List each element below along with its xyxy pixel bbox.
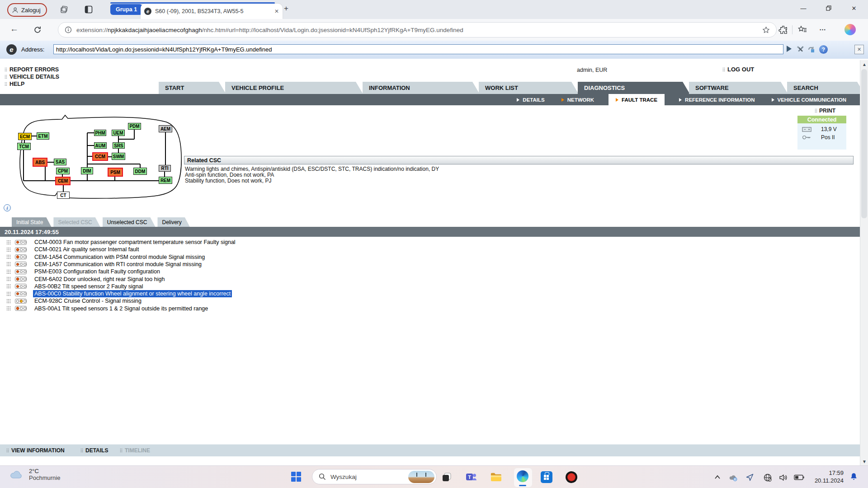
- network-globe-icon[interactable]: [763, 473, 772, 482]
- tab-search[interactable]: SEARCH: [787, 82, 864, 94]
- module-pdm[interactable]: PDM: [128, 123, 141, 130]
- start-button[interactable]: [291, 472, 301, 482]
- tools-icon[interactable]: [796, 45, 805, 54]
- fault-row[interactable]: CEM-1A54 Communication with PSM control …: [0, 253, 860, 261]
- task-view-icon[interactable]: [441, 471, 453, 483]
- fault-row[interactable]: ABS-00A1 Tilt speed sensors 1 & 2 Signal…: [0, 305, 860, 312]
- teams-icon[interactable]: T: [465, 471, 477, 483]
- module-ct[interactable]: CT: [57, 192, 70, 199]
- file-explorer-icon[interactable]: [490, 471, 502, 483]
- browser-profile-button[interactable]: Zaloguj: [7, 3, 47, 17]
- module-ccm[interactable]: CCM: [92, 152, 108, 161]
- location-icon[interactable]: [745, 473, 754, 482]
- row-grid-icon[interactable]: [6, 306, 11, 311]
- module-swm[interactable]: SWM: [112, 153, 125, 160]
- page-scrollbar[interactable]: ▲ ▼: [860, 60, 868, 465]
- sync-icon[interactable]: [807, 45, 816, 54]
- module-sas[interactable]: SAS: [54, 159, 66, 165]
- menu-item-vehicle-details[interactable]: VEHICLE DETAILS: [5, 73, 59, 80]
- menu-item-report-errors[interactable]: REPORT ERRORS: [5, 66, 59, 73]
- battery-tray-icon[interactable]: [794, 474, 802, 483]
- tab-information[interactable]: INFORMATION: [363, 82, 480, 94]
- fault-tab-selected-csc[interactable]: Selected CSC: [53, 217, 100, 227]
- scroll-up-icon[interactable]: ▲: [860, 60, 868, 68]
- address-input[interactable]: [53, 44, 783, 54]
- tab-start[interactable]: START: [159, 82, 226, 94]
- tab-work-list[interactable]: WORK LIST: [479, 82, 579, 94]
- module-tcm[interactable]: TCM: [17, 143, 31, 150]
- module-dim[interactable]: DIM: [81, 167, 93, 174]
- scrollbar-thumb[interactable]: [861, 69, 867, 218]
- module-etm[interactable]: ETM: [37, 132, 49, 140]
- subtab-fault-trace[interactable]: FAULT TRACE: [609, 94, 665, 105]
- fault-row[interactable]: ABS-00B2 Tilt speed sensor 2 Faulty sign…: [0, 283, 860, 290]
- more-menu-icon[interactable]: …: [819, 24, 826, 32]
- window-close-button[interactable]: ✕: [844, 0, 864, 16]
- extensions-puzzle-icon[interactable]: [778, 25, 788, 35]
- module-aum[interactable]: AUM: [94, 142, 107, 149]
- row-grid-icon[interactable]: [6, 284, 11, 289]
- subtab-reference-information[interactable]: REFERENCE INFORMATION: [677, 94, 757, 105]
- copilot-icon[interactable]: [844, 24, 856, 35]
- module-psm[interactable]: PSM: [108, 168, 123, 177]
- vertical-tabs-icon[interactable]: [84, 5, 93, 14]
- tab-group-label[interactable]: Grupa 1: [110, 4, 142, 15]
- row-grid-icon[interactable]: [6, 240, 11, 245]
- new-tab-button[interactable]: +: [284, 4, 288, 13]
- module-abs[interactable]: ABS: [33, 158, 47, 167]
- row-grid-icon[interactable]: [6, 262, 11, 267]
- fault-row[interactable]: CCM-0021 Air quality sensor Internal fau…: [0, 246, 860, 253]
- workspaces-icon[interactable]: [60, 5, 69, 14]
- taskbar-search[interactable]: Wyszukaj: [312, 469, 437, 484]
- search-highlight-image[interactable]: [408, 471, 434, 483]
- browser-address-bar[interactable]: extension://npjkkakdacjaihjaoeliacmecofg…: [58, 22, 777, 38]
- favorites-bar-icon[interactable]: [797, 25, 807, 35]
- fault-tab-delivery[interactable]: Delivery: [157, 217, 189, 227]
- logout-button[interactable]: LOG OUT: [722, 66, 754, 73]
- fault-row[interactable]: ABS-00C0 Stability function Wheel alignm…: [0, 290, 860, 297]
- fault-row[interactable]: PSM-E003 Configuration fault Faulty conf…: [0, 268, 860, 275]
- fault-row[interactable]: ECM-928C Cruise Control - Signal missing: [0, 297, 860, 305]
- page-info-icon[interactable]: [65, 26, 72, 33]
- tab-diagnostics[interactable]: DIAGNOSTICS: [578, 82, 690, 94]
- volume-icon[interactable]: [778, 473, 787, 482]
- red-app-icon[interactable]: [566, 471, 577, 483]
- module-srs[interactable]: SRS: [113, 142, 125, 149]
- module-phm[interactable]: PHM: [94, 130, 106, 136]
- module-uem[interactable]: UEM: [112, 130, 125, 136]
- info-icon[interactable]: i: [4, 204, 11, 211]
- tab-software[interactable]: SOFTWARE: [689, 82, 788, 94]
- tab-vehicle-profile[interactable]: VEHICLE PROFILE: [225, 82, 363, 94]
- module-rti[interactable]: RTI: [159, 165, 171, 172]
- row-grid-icon[interactable]: [6, 254, 11, 259]
- module-cem[interactable]: CEM: [55, 177, 71, 185]
- taskbar-clock[interactable]: 17:59 20.11.2024: [809, 469, 844, 484]
- fault-row[interactable]: CEM-6A02 Door unlocked, right rear Signa…: [0, 276, 860, 283]
- tray-chevron-icon[interactable]: [714, 474, 723, 483]
- notification-bell-icon[interactable]: [849, 472, 859, 482]
- module-cpm[interactable]: CPM: [56, 168, 70, 174]
- menu-item-help[interactable]: HELP: [5, 80, 24, 87]
- scroll-down-icon[interactable]: ▼: [860, 457, 868, 465]
- favorite-star-icon[interactable]: [762, 26, 770, 34]
- module-rem[interactable]: REM: [159, 177, 172, 184]
- module-aem[interactable]: AEM: [159, 125, 172, 132]
- weather-widget[interactable]: 2°C Pochmurnie: [9, 468, 60, 481]
- back-icon[interactable]: ←: [10, 24, 19, 34]
- fault-tab-initial-state[interactable]: Initial State: [12, 217, 51, 227]
- bottom-view-information[interactable]: VIEW INFORMATION: [6, 447, 65, 454]
- row-grid-icon[interactable]: [6, 269, 11, 274]
- window-restore-button[interactable]: [818, 0, 839, 16]
- fault-row[interactable]: CEM-1A57 Communication with RTI control …: [0, 261, 860, 268]
- subtab-network[interactable]: NETWORK: [559, 94, 596, 105]
- tab-close-icon[interactable]: ✕: [274, 8, 279, 14]
- module-ddm[interactable]: DDM: [133, 168, 147, 175]
- row-grid-icon[interactable]: [6, 277, 11, 282]
- address-row-close-icon[interactable]: ✕: [854, 45, 864, 54]
- row-grid-icon[interactable]: [6, 291, 11, 296]
- module-ecm[interactable]: ECM: [18, 133, 32, 140]
- fault-row[interactable]: CCM-0003 Fan motor passenger compartment…: [0, 239, 860, 246]
- row-grid-icon[interactable]: [6, 299, 11, 304]
- onedrive-icon[interactable]: [728, 473, 737, 482]
- help-icon[interactable]: ?: [819, 45, 828, 54]
